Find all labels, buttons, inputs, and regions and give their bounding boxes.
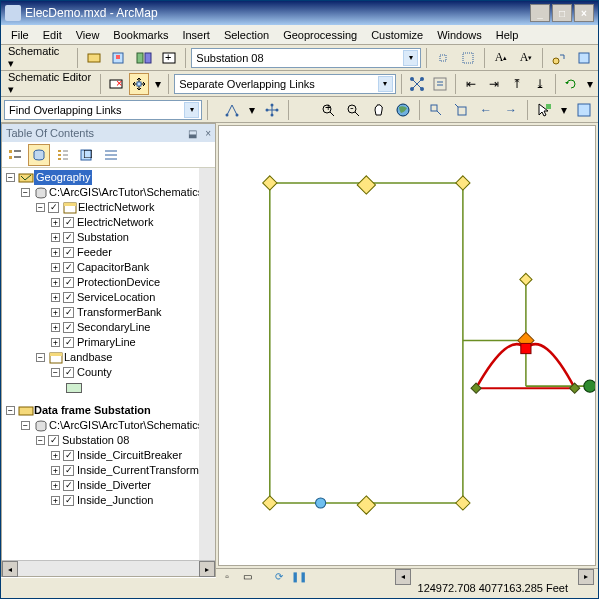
select-features-icon[interactable] — [533, 99, 555, 121]
tree-layer[interactable]: TransformerBank — [77, 305, 162, 320]
stop-editing-icon[interactable]: × — [106, 73, 126, 95]
svg-rect-10 — [579, 53, 589, 63]
menu-customize[interactable]: Customize — [365, 27, 429, 43]
full-extent-icon[interactable] — [392, 99, 414, 121]
align-bottom-icon[interactable]: ⤓ — [530, 73, 550, 95]
increase-symbol-icon[interactable] — [457, 47, 479, 69]
font-larger-icon[interactable]: A▾ — [515, 47, 537, 69]
diagram-properties-icon[interactable] — [133, 47, 155, 69]
tree-geography[interactable]: Geography — [34, 170, 92, 185]
dropdown-arrow-icon[interactable]: ▾ — [152, 73, 163, 95]
trace-tool-icon[interactable] — [221, 99, 243, 121]
menu-help[interactable]: Help — [490, 27, 525, 43]
menu-edit[interactable]: Edit — [37, 27, 68, 43]
data-view-icon[interactable]: ▫ — [220, 570, 234, 584]
fixed-zoom-out-icon[interactable] — [450, 99, 472, 121]
options-icon[interactable] — [100, 144, 122, 166]
tree-layer[interactable]: Inside_Diverter — [77, 478, 151, 493]
decrease-symbol-icon[interactable] — [432, 47, 454, 69]
toc-tree[interactable]: − Geography − C:\ArcGIS\ArcTutor\Schemat… — [2, 168, 215, 560]
align-left-icon[interactable]: ⇤ — [461, 73, 481, 95]
layout-view-icon[interactable]: ▭ — [240, 570, 254, 584]
tree-electricnetwork[interactable]: ElectricNetwork — [78, 200, 154, 215]
tree-layer[interactable]: SecondaryLine — [77, 320, 150, 335]
svg-rect-31 — [458, 107, 466, 115]
list-by-source-icon[interactable] — [28, 144, 50, 166]
zoom-out-icon[interactable]: - — [342, 99, 364, 121]
schematic-editor-menu[interactable]: Schematic Editor ▾ — [4, 69, 95, 98]
tree-layer[interactable]: Inside_Junction — [77, 493, 153, 508]
propagate-icon[interactable] — [548, 47, 570, 69]
zoom-in-icon[interactable]: + — [317, 99, 339, 121]
clear-selected-icon[interactable] — [573, 47, 595, 69]
menu-file[interactable]: File — [5, 27, 35, 43]
menu-geoprocessing[interactable]: Geoprocessing — [277, 27, 363, 43]
align-right-icon[interactable]: ⇥ — [484, 73, 504, 95]
expand-icon[interactable]: − — [6, 173, 15, 182]
generate-diagram-icon[interactable] — [83, 47, 105, 69]
tree-gdb1[interactable]: C:\ArcGIS\ArcTutor\Schematics — [49, 185, 203, 200]
tree-gdb2[interactable]: C:\ArcGIS\ArcTutor\Schematics — [49, 418, 203, 433]
refresh-icon[interactable]: ⟳ — [272, 570, 286, 584]
layout-task-dropdown[interactable]: Separate Overlapping Links ▾ — [174, 74, 396, 94]
svg-point-47 — [584, 380, 595, 392]
tree-frame2[interactable]: Data frame Substation — [34, 403, 151, 418]
rotate-tool-icon[interactable] — [561, 73, 581, 95]
tree-county[interactable]: County — [77, 365, 112, 380]
prev-extent-icon[interactable]: ← — [475, 99, 497, 121]
checkbox-icon[interactable]: ✓ — [48, 202, 59, 213]
trace-dropdown-icon[interactable]: ▾ — [246, 99, 258, 121]
select-dropdown-icon[interactable]: ▾ — [558, 99, 570, 121]
tree-substation08[interactable]: Substation 08 — [62, 433, 129, 448]
toc-scrollbar-h[interactable]: ◂▸ — [2, 560, 215, 576]
map-canvas[interactable] — [218, 125, 596, 566]
clear-selection-icon[interactable] — [573, 99, 595, 121]
svg-text:+: + — [165, 51, 171, 63]
select-move-tool-icon[interactable] — [129, 73, 149, 95]
tree-layer[interactable]: Feeder — [77, 245, 112, 260]
list-by-selection-icon[interactable]: ☐ — [76, 144, 98, 166]
toc-close-icon[interactable]: × — [205, 128, 211, 139]
maximize-button[interactable]: □ — [552, 4, 572, 22]
layout-properties-icon[interactable] — [430, 73, 450, 95]
svg-rect-0 — [88, 54, 100, 62]
tree-layer[interactable]: CapacitorBank — [77, 260, 149, 275]
tree-layer[interactable]: ServiceLocation — [77, 290, 155, 305]
list-by-drawing-icon[interactable] — [4, 144, 26, 166]
tree-layer[interactable]: Inside_CurrentTransformer — [77, 463, 209, 478]
toc-scrollbar-v[interactable] — [199, 168, 215, 560]
minimize-button[interactable]: _ — [530, 4, 550, 22]
map-scroll-left[interactable]: ◂ — [395, 569, 411, 585]
fixed-zoom-in-icon[interactable] — [425, 99, 447, 121]
network-tool-icon[interactable] — [261, 99, 283, 121]
list-by-visibility-icon[interactable] — [52, 144, 74, 166]
tree-layer[interactable]: ElectricNetwork — [77, 215, 153, 230]
tree-layer[interactable]: PrimaryLine — [77, 335, 136, 350]
tree-layer[interactable]: Substation — [77, 230, 129, 245]
apply-layout-icon[interactable] — [407, 73, 427, 95]
menu-bookmarks[interactable]: Bookmarks — [107, 27, 174, 43]
schematic-layer-dropdown[interactable]: Substation 08 ▾ — [191, 48, 421, 68]
close-button[interactable]: × — [574, 4, 594, 22]
menu-windows[interactable]: Windows — [431, 27, 488, 43]
menu-view[interactable]: View — [70, 27, 106, 43]
align-top-icon[interactable]: ⤒ — [507, 73, 527, 95]
next-extent-icon[interactable]: → — [500, 99, 522, 121]
tree-layer[interactable]: Inside_CircuitBreaker — [77, 448, 182, 463]
font-smaller-icon[interactable]: A▴ — [490, 47, 512, 69]
menu-insert[interactable]: Insert — [176, 27, 216, 43]
data-frame-icon — [18, 170, 34, 186]
save-edits-icon[interactable]: + — [158, 47, 180, 69]
pause-icon[interactable]: ❚❚ — [292, 570, 306, 584]
map-scroll-right[interactable]: ▸ — [578, 569, 594, 585]
rotate-dropdown-icon[interactable]: ▾ — [584, 73, 595, 95]
update-diagram-icon[interactable] — [108, 47, 130, 69]
tree-landbase[interactable]: Landbase — [64, 350, 112, 365]
trace-task-dropdown[interactable]: Find Overlapping Links ▾ — [4, 100, 202, 120]
svg-point-20 — [236, 113, 239, 116]
menu-selection[interactable]: Selection — [218, 27, 275, 43]
pin-icon[interactable]: ⬓ — [188, 128, 197, 139]
tree-layer[interactable]: ProtectionDevice — [77, 275, 160, 290]
schematic-menu[interactable]: Schematic ▾ — [4, 43, 72, 72]
pan-icon[interactable] — [367, 99, 389, 121]
